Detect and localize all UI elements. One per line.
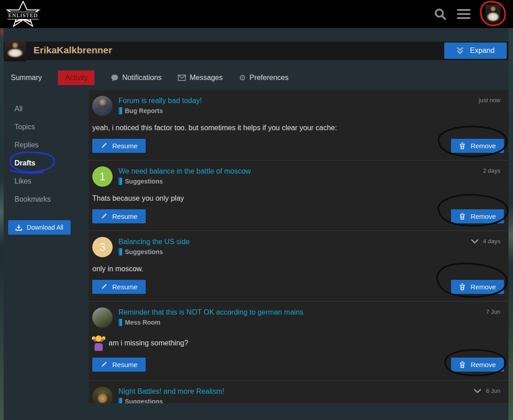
profile-username: ErikaKalkbrenner: [33, 45, 112, 56]
remove-button[interactable]: Remove: [451, 139, 504, 153]
topic-avatar[interactable]: [92, 96, 113, 116]
chevron-down-icon[interactable]: [474, 389, 481, 393]
pencil-icon: [100, 142, 107, 149]
woman-shrugging-emoji: [92, 335, 105, 351]
category-name[interactable]: Mess Room: [125, 319, 161, 326]
draft-timestamp: 6 Jun: [486, 387, 500, 394]
draft-item: Forum is really bad today! Bug Reports j…: [89, 90, 508, 160]
sidebar-item-bookmarks[interactable]: Bookmarks: [4, 190, 89, 208]
topic-avatar[interactable]: [92, 387, 113, 403]
tab-messages[interactable]: Messages: [178, 74, 223, 82]
trash-icon: [459, 361, 466, 368]
menu-icon[interactable]: [457, 9, 470, 19]
main-panel: ErikaKalkbrenner Expand Summary Activity…: [4, 28, 508, 420]
logo-wordmark: ENLISTED: [7, 12, 38, 19]
tab-notifications[interactable]: Notifications: [111, 74, 162, 82]
draft-title[interactable]: Night Battles! and more Realism!: [119, 387, 224, 396]
envelope-icon: [178, 75, 186, 81]
numbered-badge[interactable]: 3: [92, 237, 113, 257]
remove-button[interactable]: Remove: [451, 209, 504, 223]
draft-item: 1 We need balance in the battle of mosco…: [89, 160, 508, 231]
resume-button[interactable]: Resume: [92, 280, 146, 294]
search-icon[interactable]: [433, 7, 447, 21]
draft-excerpt: Thats because you only play: [92, 194, 504, 203]
draft-excerpt: only in moscow.: [92, 265, 504, 273]
speech-bubble-icon: [111, 74, 119, 82]
profile-tabs: Summary Activity Notifications Messages …: [11, 70, 508, 85]
tab-preferences[interactable]: ⚙ Preferences: [239, 74, 289, 82]
gear-icon: ⚙: [239, 74, 246, 82]
download-icon: [15, 224, 22, 231]
download-all-button[interactable]: Download All: [8, 220, 71, 235]
pencil-icon: [100, 283, 107, 290]
trash-icon: [459, 142, 466, 149]
chevron-down-icon[interactable]: [471, 239, 479, 244]
trash-icon: [459, 213, 466, 220]
category-color-chip: [119, 178, 122, 185]
draft-timestamp: just now: [479, 97, 500, 104]
category-name[interactable]: Suggestions: [125, 248, 163, 255]
draft-title[interactable]: Balancing the US side: [119, 238, 190, 246]
pencil-icon: [100, 213, 107, 220]
sidebar-item-likes[interactable]: Likes: [4, 172, 89, 190]
tab-summary[interactable]: Summary: [11, 74, 42, 82]
user-avatar[interactable]: [485, 5, 501, 24]
draft-title[interactable]: Reminder that this is NOT OK according t…: [119, 308, 304, 316]
remove-button[interactable]: Remove: [451, 358, 504, 372]
resume-button[interactable]: Resume: [92, 358, 146, 372]
top-navigation-bar: ENLISTED: [0, 0, 513, 28]
category-name[interactable]: Bug Reports: [125, 107, 163, 114]
category-name[interactable]: Suggestions: [125, 178, 163, 185]
user-avatar-wrap: [480, 1, 505, 27]
draft-item: 3 Balancing the US side Suggestions 4 da…: [89, 231, 508, 302]
remove-button[interactable]: Remove: [451, 280, 504, 294]
double-chevron-down-icon: [456, 47, 464, 55]
topic-avatar[interactable]: [92, 307, 113, 328]
sidebar-item-all[interactable]: All: [4, 100, 89, 118]
sidebar-item-drafts[interactable]: Drafts: [4, 154, 89, 172]
draft-timestamp: 7 Jun: [486, 308, 500, 315]
activity-sidebar: All Topics Replies Drafts Likes Bookmark…: [4, 90, 89, 403]
enlisted-logo[interactable]: ENLISTED: [5, 1, 41, 27]
category-name[interactable]: Suggestions: [125, 398, 163, 403]
profile-header: ErikaKalkbrenner Expand: [4, 42, 508, 60]
resume-button[interactable]: Resume: [92, 139, 146, 153]
drafts-stream: Forum is really bad today! Bug Reports j…: [89, 90, 508, 403]
category-color-chip: [119, 398, 122, 403]
category-color-chip: [119, 319, 122, 326]
draft-excerpt: yeah, i noticed this factor too. but som…: [92, 124, 504, 132]
draft-item: Reminder that this is NOT OK according t…: [89, 302, 508, 381]
category-color-chip: [119, 107, 122, 114]
draft-timestamp: 2 days: [483, 167, 500, 174]
numbered-badge[interactable]: 1: [92, 166, 113, 187]
category-color-chip: [119, 248, 122, 255]
resume-button[interactable]: Resume: [92, 209, 146, 223]
draft-item: Night Battles! and more Realism! Suggest…: [89, 381, 508, 403]
profile-avatar[interactable]: [5, 40, 26, 61]
pencil-icon: [100, 361, 107, 368]
draft-excerpt: am i missing something?: [109, 339, 188, 347]
expand-button[interactable]: Expand: [444, 42, 507, 59]
draft-title[interactable]: Forum is really bad today!: [119, 97, 202, 105]
sidebar-item-replies[interactable]: Replies: [4, 136, 89, 154]
draft-title[interactable]: We need balance in the battle of moscow: [119, 167, 251, 175]
trash-icon: [459, 283, 466, 290]
tab-activity[interactable]: Activity: [58, 71, 95, 85]
sidebar-item-topics[interactable]: Topics: [4, 118, 89, 136]
draft-timestamp: 4 days: [483, 238, 500, 245]
